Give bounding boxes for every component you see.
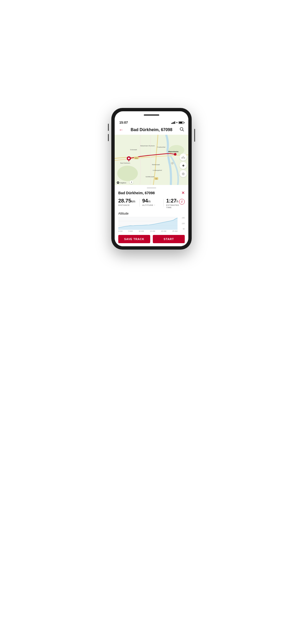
stats-row: 28.75km DISTANCE 94m ALTITUDE ↑ — [118, 198, 185, 209]
svg-text:⊕: ⊕ — [171, 161, 174, 165]
status-time: 15:07 — [119, 121, 128, 124]
svg-point-18 — [128, 158, 130, 159]
header-title: Bad Dürkheim, 67098 — [131, 128, 172, 132]
close-panel-button[interactable]: ✕ — [181, 190, 185, 195]
side-button-volume-up — [108, 124, 109, 131]
signal-bar-2 — [172, 122, 173, 124]
app-header: ← Bad Dürkheim, 67098 — [115, 125, 188, 135]
map-info-button[interactable]: ℹ — [130, 180, 133, 184]
status-icons: ▾ — [171, 121, 184, 124]
stat-distance: 28.75km DISTANCE — [118, 198, 137, 206]
chart-x-labels: 0 KM 5 KM 10 KM 15 KM 20 KM 25 KM — [118, 230, 178, 232]
side-button-volume-down — [108, 134, 109, 141]
x-label-15: 15 KM — [150, 230, 155, 232]
panel-header: Bad Dürkheim, 67098 ✕ — [118, 190, 185, 195]
wifi-icon: ▾ — [176, 121, 178, 124]
time-label: ESTIMATED TIME — [166, 204, 185, 209]
altitude-number: 94 — [142, 198, 148, 204]
altitude-label: ALTITUDE ↑ — [142, 204, 161, 206]
chart-y-labels: 150 120 90 — [182, 217, 185, 230]
x-label-10: 10 KM — [139, 230, 144, 232]
altitude-unit: m — [148, 200, 150, 203]
time-unit: h — [176, 200, 178, 203]
x-label-0: 0 KM — [118, 230, 122, 232]
side-button-power — [194, 129, 195, 142]
svg-point-29 — [117, 182, 119, 183]
distance-number: 28.75 — [118, 198, 131, 204]
distance-unit: km — [131, 200, 135, 203]
bottom-panel: Bad Dürkheim, 67098 ✕ 28.75km DISTANCE — [115, 185, 188, 246]
info-circle-button[interactable]: i — [179, 199, 185, 205]
x-label-25: 25 KM — [172, 230, 178, 232]
y-label-120: 120 — [182, 223, 185, 224]
svg-text:Mutterstadt: Mutterstadt — [152, 164, 160, 165]
x-label-5: 5 KM — [129, 230, 133, 232]
svg-point-4 — [117, 166, 138, 181]
svg-text:Bobenheim-Roxheim: Bobenheim-Roxheim — [140, 145, 155, 147]
signal-bars-icon — [171, 121, 175, 124]
mapbox-logo: mapbox — [117, 181, 126, 184]
map-controls: ◆ ◎ — [180, 154, 187, 177]
svg-text:61: 61 — [156, 178, 157, 180]
phone-speaker — [144, 114, 159, 116]
stat-divider-2 — [163, 199, 164, 207]
altitude-chart: 150 120 90 0 KM 5 KM 10 KM 15 KM 20 KM 2… — [118, 217, 185, 232]
map-svg: Mannheim Bad Dürkheim Grünstadt Frankent… — [115, 135, 188, 185]
svg-text:Grünstadt: Grünstadt — [130, 149, 137, 150]
panel-location-title: Bad Dürkheim, 67098 — [118, 191, 155, 195]
distance-value: 28.75km — [118, 198, 137, 204]
mapbox-text: mapbox — [120, 182, 126, 184]
svg-text:Mannheim: Mannheim — [168, 150, 179, 153]
phone-wrapper: 15:07 ▾ ← Bad Dürkheim, 6 — [112, 108, 191, 249]
back-button[interactable]: ← — [119, 127, 123, 133]
battery-icon — [179, 121, 184, 124]
x-label-20: 20 KM — [161, 230, 166, 232]
map-area[interactable]: Mannheim Bad Dürkheim Grünstadt Frankent… — [115, 135, 188, 185]
battery-fill — [179, 122, 182, 123]
svg-text:Schifferstadt: Schifferstadt — [146, 176, 154, 177]
altitude-title: Altitude — [118, 212, 185, 215]
y-label-150: 150 — [182, 217, 185, 219]
svg-point-27 — [183, 156, 184, 157]
layers-button[interactable]: ◆ — [180, 162, 187, 169]
svg-text:Limburgerhof: Limburgerhof — [153, 170, 162, 171]
phone-notch — [115, 111, 188, 118]
svg-line-1 — [182, 130, 184, 131]
svg-text:650: 650 — [135, 157, 138, 159]
time-number: 1:27 — [166, 198, 176, 204]
bike-icon — [181, 155, 185, 159]
altitude-section: Altitude — [118, 212, 185, 232]
search-icon — [180, 127, 184, 132]
distance-label: DISTANCE — [118, 204, 137, 206]
drag-handle — [147, 188, 156, 188]
action-row: SAVE TRACK START — [118, 235, 185, 243]
start-button[interactable]: START — [153, 235, 185, 243]
location-button[interactable]: ◎ — [180, 170, 187, 177]
save-track-button[interactable]: SAVE TRACK — [118, 235, 150, 243]
signal-bar-4 — [174, 121, 175, 124]
mapbox-icon — [117, 181, 119, 184]
chart-svg — [118, 217, 178, 230]
svg-text:Frankenthal: Frankenthal — [157, 146, 165, 148]
stat-altitude: 94m ALTITUDE ↑ — [142, 198, 161, 206]
svg-point-19 — [174, 153, 176, 156]
bike-mode-button[interactable] — [180, 154, 187, 161]
svg-text:Bad Dürkheim: Bad Dürkheim — [120, 162, 130, 164]
altitude-value: 94m — [142, 198, 161, 204]
stat-divider-1 — [139, 199, 140, 207]
status-bar: 15:07 ▾ — [115, 118, 188, 125]
y-label-90: 90 — [182, 228, 185, 230]
phone-frame: 15:07 ▾ ← Bad Dürkheim, 6 — [112, 108, 191, 249]
signal-bar-3 — [173, 122, 174, 124]
search-button[interactable] — [180, 127, 184, 133]
phone-screen: 15:07 ▾ ← Bad Dürkheim, 6 — [115, 111, 188, 246]
signal-bar-1 — [171, 123, 172, 124]
